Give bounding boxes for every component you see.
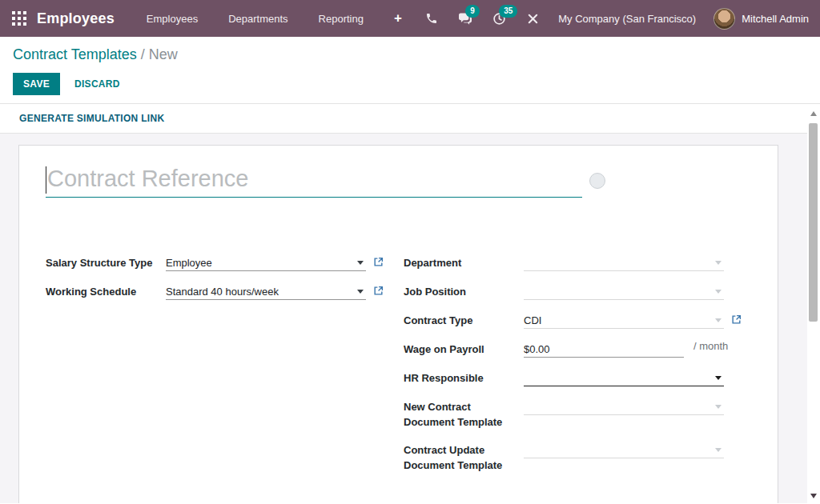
working-schedule-value: Standard 40 hours/week (166, 286, 352, 298)
menu-departments[interactable]: Departments (228, 13, 287, 25)
scroll-up-arrow-icon[interactable] (810, 111, 817, 116)
scrollbar-thumb[interactable] (809, 123, 818, 322)
text-cursor (46, 166, 46, 194)
debug-tools-icon[interactable] (525, 10, 541, 26)
chevron-down-icon[interactable] (715, 318, 722, 322)
activities-icon[interactable]: 35 (491, 10, 507, 26)
plus-icon[interactable]: + (394, 10, 402, 26)
menu-reporting[interactable]: Reporting (319, 13, 364, 25)
wage-on-payroll-value: $0.00 (524, 343, 684, 355)
label-contract-type: Contract Type (404, 311, 524, 328)
messages-badge: 9 (465, 5, 480, 18)
contract-reference-input[interactable]: Contract Reference (46, 163, 582, 198)
external-link-icon[interactable] (373, 256, 384, 270)
chevron-down-icon[interactable] (715, 376, 722, 380)
label-contract-update-document-template: Contract Update Document Template (404, 441, 524, 473)
department-field[interactable] (524, 254, 724, 271)
statusbar-buttons: GENERATE SIMULATION LINK (0, 104, 820, 134)
external-link-icon[interactable] (731, 314, 742, 328)
contract-type-field[interactable]: CDI (524, 312, 724, 329)
chevron-down-icon[interactable] (357, 261, 364, 265)
label-new-contract-document-template: New Contract Document Template (404, 398, 524, 430)
save-button[interactable]: SAVE (13, 73, 60, 95)
form-sheet: Contract Reference Salary Structure Type… (18, 145, 778, 503)
breadcrumb-separator: / (141, 46, 149, 62)
phone-icon[interactable] (424, 10, 440, 26)
chevron-down-icon[interactable] (715, 261, 722, 265)
chevron-down-icon[interactable] (715, 290, 722, 294)
external-link-icon[interactable] (373, 285, 384, 299)
vertical-scrollbar[interactable] (807, 104, 820, 504)
chevron-down-icon[interactable] (715, 448, 722, 452)
contract-reference-placeholder: Contract Reference (46, 163, 582, 197)
contract-type-value: CDI (524, 314, 710, 326)
wage-on-payroll-input[interactable]: $0.00 (524, 341, 684, 358)
generate-simulation-link-button[interactable]: GENERATE SIMULATION LINK (19, 113, 164, 124)
control-panel: Contract Templates / New SAVE DISCARD (0, 37, 820, 104)
label-department: Department (404, 254, 524, 270)
label-wage-on-payroll: Wage on Payroll (404, 340, 524, 357)
job-position-field[interactable] (524, 283, 724, 300)
label-hr-responsible: HR Responsible (404, 369, 524, 386)
salary-structure-type-value: Employee (166, 257, 352, 269)
chevron-down-icon[interactable] (357, 290, 364, 294)
wage-period-suffix: / month (693, 340, 728, 352)
breadcrumb-parent[interactable]: Contract Templates (13, 46, 137, 62)
chevron-down-icon[interactable] (715, 405, 722, 409)
breadcrumb: Contract Templates / New (13, 46, 807, 63)
apps-menu-icon[interactable] (11, 10, 27, 26)
user-menu[interactable]: Mitchell Admin (713, 8, 809, 30)
company-switcher[interactable]: My Company (San Francisco) (558, 13, 696, 25)
contract-update-document-template-field[interactable] (524, 442, 724, 458)
top-navbar: Employees Employees Departments Reportin… (0, 0, 820, 37)
form-view: Contract Reference Salary Structure Type… (0, 134, 820, 503)
salary-structure-type-field[interactable]: Employee (166, 254, 366, 271)
main-menu: Employees Departments Reporting + (147, 10, 402, 26)
label-job-position: Job Position (404, 282, 524, 299)
discard-button[interactable]: DISCARD (74, 78, 120, 90)
user-name: Mitchell Admin (742, 13, 809, 25)
working-schedule-field[interactable]: Standard 40 hours/week (166, 283, 366, 300)
messages-icon[interactable]: 9 (457, 10, 473, 26)
breadcrumb-current: New (149, 46, 178, 62)
label-salary-structure-type: Salary Structure Type (46, 254, 166, 270)
menu-employees[interactable]: Employees (147, 13, 198, 25)
hr-responsible-field[interactable] (524, 370, 724, 386)
user-avatar (713, 8, 735, 30)
activities-badge: 35 (499, 5, 517, 18)
scroll-down-arrow-icon[interactable] (810, 494, 817, 498)
record-image-placeholder[interactable] (589, 173, 605, 189)
new-contract-document-template-field[interactable] (524, 398, 724, 415)
label-working-schedule: Working Schedule (46, 282, 166, 299)
app-title[interactable]: Employees (37, 10, 115, 27)
